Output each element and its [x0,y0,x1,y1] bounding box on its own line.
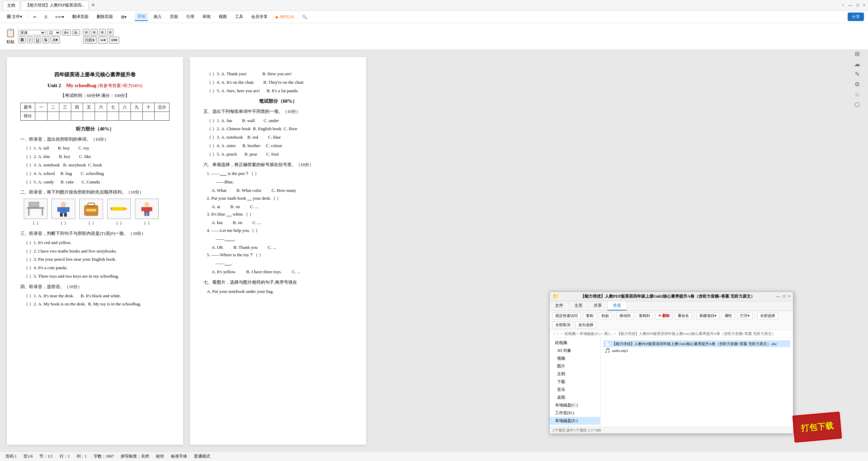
menu-file[interactable]: ☰ 文件▾ [4,13,25,21]
sidebar-icon-5[interactable]: ☆ [854,91,860,98]
ribbon-paste[interactable]: 📋 粘贴 [5,28,16,45]
fm-file-doc[interactable]: 📄 【能力培优】人教PEP版英语四年级上册Unit2核心素养提升A卷（含听力音频… [603,340,790,347]
fm-sidebar-docs[interactable]: 文档 [550,370,600,378]
underline-btn[interactable]: U [34,36,41,43]
fm-maximize-btn[interactable]: □ [783,294,785,299]
score-table: 题号 一 二 三 四 五 六 七 八 九 十 总分 得分 [20,103,170,121]
fm-sidebar-pic[interactable]: 图片 [550,362,600,370]
fm-btn-select-all[interactable]: 全部选择 [757,312,778,319]
share-button[interactable]: 分享 [848,13,864,21]
tab-page[interactable]: 页面 [167,13,181,21]
tab-wpsai[interactable]: ▶ WPS AI [273,14,297,20]
fm-sidebar-video[interactable]: 视频 [550,355,600,362]
fm-btn-copy[interactable]: 复制 [583,312,596,319]
bullet-btn[interactable]: ≔▾ [98,37,108,44]
fm-tab-view[interactable]: 查看 [608,301,627,310]
toolbar-icon-layout[interactable]: ⊞▾ [118,14,129,20]
tab-start[interactable]: 开始 [135,13,148,21]
fm-sidebar-c[interactable]: 本地磁盘(C:) [550,401,600,409]
fm-tab-file[interactable]: 文件 [550,301,569,310]
sidebar-icon-3[interactable]: ✎ [855,71,860,78]
line-spacing-btn[interactable]: 行距▾ [83,37,97,44]
toolbar-icon-2[interactable]: ⎘ [42,14,50,20]
font-size-select[interactable]: 12 [47,30,61,35]
sidebar-icon-1[interactable]: ⊞ [855,50,860,58]
tab-tools[interactable]: 工具 [232,13,246,21]
tab-reference[interactable]: 引用 [183,13,197,21]
score-cell-3 [59,112,71,120]
fm-btn-invert[interactable]: 反向选择 [575,321,596,328]
q3-item-4: （ ）4. It's a cute panda. [20,264,170,272]
stamp-text: 打包下载 [801,420,834,434]
replace-page-btn[interactable]: 翻译页面 [70,13,91,21]
fm-btn-deselect[interactable]: 全部取消 [552,321,573,328]
fm-sidebar-music[interactable]: 音乐 [550,386,600,394]
font-family-select[interactable]: 宋体 [19,30,46,35]
fm-sidebar-3d[interactable]: 3D 对象 [550,347,600,355]
tab-main-doc[interactable]: 【能力培优】人教PEP版英语四... [21,1,89,10]
fm-sidebar-d[interactable]: 工作室(D:) [550,409,600,417]
q6-item-3-choices: A. but B. on C. ... [203,219,353,226]
q6-item-1-stem: 1. —— is the pen？（ ） [203,170,353,177]
fm-sidebar-e[interactable]: 本地磁盘(E:) [550,417,600,425]
fm-btn-new[interactable]: 新建项目▾ [696,312,719,319]
fm-path-bar[interactable]: → ↑ → 此电脑 > 本地磁盘(E:) > 第2... > 【能力培优】人教P… [550,330,793,338]
score-header-6: 六 [95,103,107,112]
font-grow-btn[interactable]: A+ [62,29,71,36]
tab-review[interactable]: 审阅 [200,13,213,21]
fm-close-btn[interactable]: × [788,294,790,299]
fm-sidebar-dl[interactable]: 下载 [550,378,600,386]
minimize-button[interactable]: — [848,3,852,8]
sidebar-icon-6[interactable]: ⬡ [854,101,860,108]
tab-document[interactable]: 文档 [3,1,20,10]
q6-item-5-sub: —— . [203,260,353,267]
italic-btn[interactable]: I [27,36,33,43]
file-manager-window: 📁 【能力培优】人教PEP版英语四年级上册Unit2核心素养提升A卷（含听力音频… [549,292,793,434]
q6-2-a: A. at [212,203,220,211]
tab-insert[interactable]: 插入 [151,13,164,21]
q6-4-b: B. Thank you [234,244,258,251]
justify-btn[interactable]: ≡ [107,29,114,36]
fm-btn-moveto[interactable]: 移动到 [616,312,634,319]
align-right-btn[interactable]: ≡ [99,29,106,36]
fm-btn-delete[interactable]: ✕ 删除 [655,312,673,319]
fm-file-mp3[interactable]: 🎵 audio.mp3 [603,347,790,354]
numbered-btn[interactable]: ≡#▾ [109,37,120,44]
strikethrough-btn[interactable]: S̶ [42,36,49,43]
stamp-badge[interactable]: 打包下载 [792,412,842,443]
fm-sidebar-desktop[interactable]: 桌面 [550,394,600,401]
q7-group: 七、看图片，选择与图片相符的句子,将序号填在 A. Put your noteb… [203,279,353,295]
fm-sidebar-computer[interactable]: 此电脑 [550,339,600,347]
fm-btn-copyto[interactable]: 复制到 [636,312,653,319]
align-left-btn[interactable]: ≡ [83,29,90,36]
close-button[interactable]: × [863,3,865,8]
tab-vip[interactable]: 会员专享 [249,13,270,21]
search-btn[interactable]: 🔍 [299,14,310,20]
new-tab-button[interactable]: + [92,2,95,9]
toolbar-icon-3[interactable]: ↩↩▾ [53,14,67,20]
bold-btn[interactable]: B [19,36,26,43]
fm-tab-home[interactable]: 主页 [569,301,588,310]
q4-group: 四、听录音，选答语。（10分） （ ）1. A. It's near the d… [20,283,170,308]
sidebar-icon-4[interactable]: ⚙ [854,81,860,88]
fm-minimize-btn[interactable]: — [776,294,780,299]
sidebar-icon-2[interactable]: ☁ [854,60,860,68]
align-center-btn[interactable]: ≡ [91,29,98,36]
q6-5-b: B. I have three toys. [246,268,282,276]
font-shrink-btn[interactable]: A- [72,29,80,36]
fm-btn-open[interactable]: 打开▾ [737,312,753,319]
toolbar-divider-1 [27,14,28,20]
fm-tab-share[interactable]: 共享 [588,301,608,310]
login-button[interactable]: × [842,3,844,8]
toolbar-icon-1[interactable]: ↩ [31,14,39,20]
fm-btn-fixed[interactable]: 固定快速访问 [552,312,581,319]
maximize-button[interactable]: □ [856,3,859,8]
color-btn[interactable]: A▾ [51,36,60,43]
img-person [135,199,159,219]
tab-view[interactable]: 视图 [216,13,230,21]
fm-btn-paste[interactable]: 粘贴 [598,312,612,319]
fm-btn-props[interactable]: 属性 [722,312,735,319]
fm-btn-rename[interactable]: 重命名 [675,312,692,319]
status-section: 节：1/1 [39,454,53,459]
delete-page-btn[interactable]: 删除页面 [94,13,116,21]
